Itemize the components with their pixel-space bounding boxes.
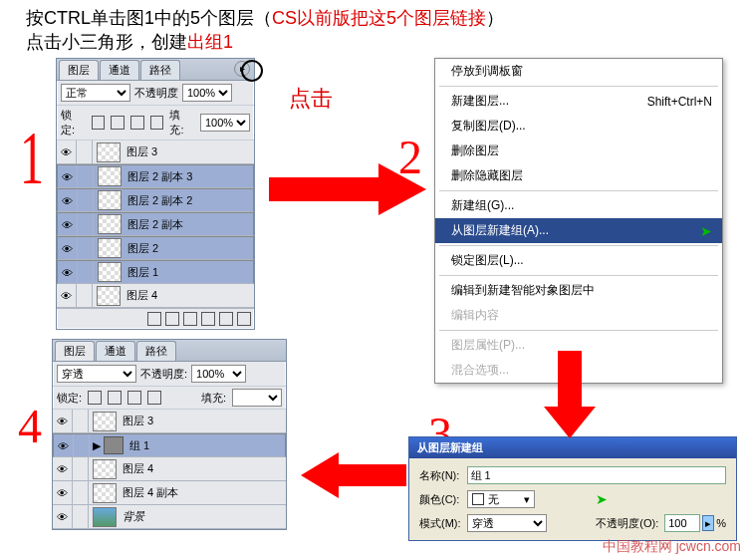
layers-panel-4: 图层 通道 路径 穿透 不透明度: 100% 锁定: 填充: 👁图层 3 👁▶组… xyxy=(52,339,287,530)
layer-list: 👁图层 3 👁图层 2 副本 3 👁图层 2 副本 2 👁图层 2 副本 👁图层… xyxy=(57,140,254,308)
eye-icon[interactable]: 👁 xyxy=(58,165,78,187)
dlg-opacity-label: 不透明度(O): xyxy=(596,516,658,531)
eye-icon[interactable]: 👁 xyxy=(57,284,77,307)
layer-row[interactable]: 👁图层 2 副本 3 xyxy=(57,164,254,188)
blend-mode-select[interactable]: 正常 xyxy=(61,84,130,102)
name-label: 名称(N): xyxy=(419,468,461,483)
color-select[interactable]: 无▾ xyxy=(467,490,535,508)
eye-icon[interactable]: 👁 xyxy=(58,237,78,259)
menu-item-dock[interactable]: 停放到调板窗 xyxy=(435,59,722,84)
lock-label: 锁定: xyxy=(61,108,86,138)
mode-select[interactable]: 穿透 xyxy=(467,514,547,532)
opacity-select[interactable]: 100% xyxy=(182,84,232,102)
step-number-1: 1 xyxy=(20,114,44,201)
cursor-icon: ➤ xyxy=(700,223,712,239)
layer-row[interactable]: 👁图层 3 xyxy=(57,140,254,164)
eye-icon[interactable]: 👁 xyxy=(58,261,78,283)
new-layer-icon[interactable] xyxy=(219,312,233,326)
arrow-right xyxy=(269,159,428,219)
menu-item-locklayer[interactable]: 锁定图层(L)... xyxy=(435,248,722,273)
menu-item-smartobj[interactable]: 编辑到新建智能对象图层中 xyxy=(435,278,722,303)
tab-channels[interactable]: 通道 xyxy=(96,341,135,361)
layer-row[interactable]: 👁图层 3 xyxy=(53,410,286,433)
lock-trans-icon[interactable] xyxy=(88,391,102,405)
folder-icon[interactable] xyxy=(201,312,215,326)
menu-item-newgroup[interactable]: 新建组(G)... xyxy=(435,193,722,218)
layer-row[interactable]: 👁图层 1 xyxy=(57,260,254,284)
instruction-red: CS以前版把这5个图层链接 xyxy=(272,8,486,28)
eye-icon[interactable]: 👁 xyxy=(53,410,73,432)
tab-paths[interactable]: 路径 xyxy=(136,341,176,361)
mode-label: 模式(M): xyxy=(419,516,461,531)
trash-icon[interactable] xyxy=(237,312,251,326)
eye-icon[interactable]: 👁 xyxy=(54,434,74,456)
layer-row[interactable]: 👁背景 xyxy=(53,505,286,529)
arrow-left xyxy=(299,450,408,500)
instruction-line2b: 出组1 xyxy=(187,32,233,52)
tab-layers[interactable]: 图层 xyxy=(59,60,99,80)
cursor-icon: ➤ xyxy=(596,491,658,507)
panel-footer xyxy=(57,308,254,329)
menu-item-duplayer[interactable]: 复制图层(D)... xyxy=(435,114,722,139)
context-menu: 停放到调板窗 新建图层...Shift+Ctrl+N 复制图层(D)... 删除… xyxy=(434,58,723,384)
blend-mode-select[interactable]: 穿透 xyxy=(57,365,136,383)
fill-select[interactable]: 100% xyxy=(200,114,250,132)
eye-icon[interactable]: 👁 xyxy=(53,481,73,504)
watermark: 中国教程网 jcwcn.com xyxy=(603,538,741,556)
layers-panel-1: 图层 通道 路径 ▸ 正常 不透明度 100% 锁定: 填充: 100% 👁图层… xyxy=(56,58,255,330)
dlg-opacity-input[interactable] xyxy=(664,514,700,532)
layer-row[interactable]: 👁图层 2 副本 xyxy=(57,212,254,236)
lock-paint-icon[interactable] xyxy=(111,116,124,130)
lock-all-icon[interactable] xyxy=(147,391,161,405)
step-number-4: 4 xyxy=(18,399,42,453)
lock-move-icon[interactable] xyxy=(130,116,144,130)
tab-channels[interactable]: 通道 xyxy=(100,60,139,80)
eye-icon[interactable]: 👁 xyxy=(53,505,73,528)
lock-trans-icon[interactable] xyxy=(92,116,106,130)
menu-item-newlayer[interactable]: 新建图层...Shift+Ctrl+N xyxy=(435,89,722,114)
tab-paths[interactable]: 路径 xyxy=(140,60,180,80)
lock-paint-icon[interactable] xyxy=(108,391,122,405)
svg-marker-1 xyxy=(544,351,596,438)
eye-icon[interactable]: 👁 xyxy=(58,213,78,235)
percent-label: % xyxy=(716,517,726,529)
lock-move-icon[interactable] xyxy=(127,391,141,405)
instruction-text2: ） xyxy=(486,8,504,28)
eye-icon[interactable]: 👁 xyxy=(57,140,77,163)
link-icon[interactable] xyxy=(147,312,161,326)
menu-item-editcontent: 编辑内容 xyxy=(435,303,722,328)
menu-item-delhidden[interactable]: 删除隐藏图层 xyxy=(435,163,722,188)
menu-item-groupfromlayers[interactable]: 从图层新建组(A)...➤ xyxy=(435,218,722,243)
svg-marker-0 xyxy=(269,163,426,215)
fx-icon[interactable] xyxy=(165,312,179,326)
folder-icon xyxy=(104,436,124,454)
layer-row[interactable]: 👁图层 4 xyxy=(57,284,254,308)
fill-label: 填充: xyxy=(201,391,226,406)
layer-row[interactable]: 👁图层 4 xyxy=(53,457,286,481)
chevron-right-icon[interactable]: ▸ xyxy=(702,515,714,531)
opacity-label: 不透明度 xyxy=(134,86,178,101)
layer-row[interactable]: 👁图层 2 xyxy=(57,236,254,260)
mask-icon[interactable] xyxy=(183,312,197,326)
menu-item-dellayer[interactable]: 删除图层 xyxy=(435,139,722,163)
eye-icon[interactable]: 👁 xyxy=(53,457,73,480)
dialog-title: 从图层新建组 xyxy=(409,437,736,458)
layer-row[interactable]: 👁图层 2 副本 2 xyxy=(57,188,254,212)
click-label: 点击 xyxy=(289,84,333,114)
lock-all-icon[interactable] xyxy=(150,116,164,130)
color-label: 颜色(C): xyxy=(419,492,461,507)
eye-icon[interactable]: 👁 xyxy=(58,189,78,211)
layer-row-group[interactable]: 👁▶组 1 xyxy=(53,433,286,457)
instruction-line2a: 点击小三角形，创建 xyxy=(26,32,187,52)
name-input[interactable] xyxy=(467,466,726,484)
lock-label: 锁定: xyxy=(57,391,82,406)
opacity-select[interactable]: 100% xyxy=(191,365,246,383)
fill-select[interactable] xyxy=(232,389,282,407)
new-group-dialog: 从图层新建组 名称(N): 颜色(C): 无▾ ➤ 模式(M): 穿透 不透明度… xyxy=(408,436,737,541)
layer-row[interactable]: 👁图层 4 副本 xyxy=(53,481,286,505)
chevron-right-icon[interactable]: ▶ xyxy=(92,439,102,452)
instruction-text: 按CTRL单击图1中的5个图层（ xyxy=(26,8,272,28)
opacity-label: 不透明度: xyxy=(140,367,187,382)
tab-layers[interactable]: 图层 xyxy=(55,341,95,361)
fill-label: 填充: xyxy=(169,108,194,138)
